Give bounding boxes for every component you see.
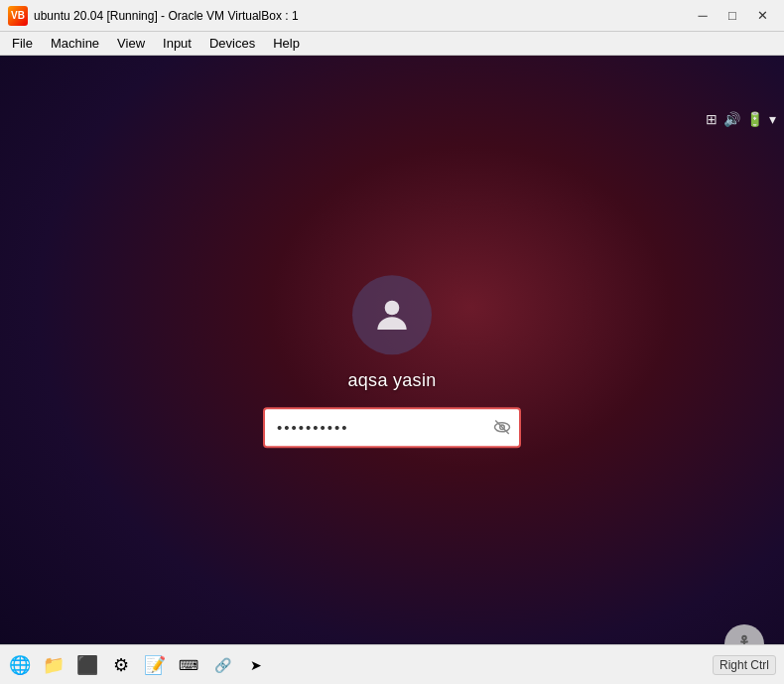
menu-help[interactable]: Help [265,34,308,53]
title-bar: VB ubuntu 20.04 [Running] - Oracle VM Vi… [0,0,784,32]
password-toggle-button[interactable] [493,418,511,436]
menu-file[interactable]: File [4,34,41,53]
password-container [263,407,521,448]
taskbar-right: Right Ctrl [713,655,780,675]
taskbar: 🌐 📁 ⬛ ⚙ 📝 ⌨ 🔗 ➤ Right Ctrl [0,644,784,684]
svg-point-4 [742,636,746,640]
taskbar-icon-globe[interactable]: 🌐 [4,649,36,681]
password-input[interactable] [263,407,521,448]
taskbar-left: 🌐 📁 ⬛ ⚙ 📝 ⌨ 🔗 ➤ [4,649,272,681]
vm-display[interactable]: ⊞ 🔊 🔋 ▾ aqsa yasin [0,56,784,684]
menu-devices[interactable]: Devices [201,34,263,53]
menu-view[interactable]: View [109,34,153,53]
volume-icon[interactable]: 🔊 [723,111,740,127]
status-bar-top: ⊞ 🔊 🔋 ▾ [706,111,776,127]
login-container: aqsa yasin [263,275,521,448]
window-title: ubuntu 20.04 [Running] - Oracle VM Virtu… [34,9,299,23]
taskbar-icon-folder[interactable]: 📁 [38,649,69,681]
taskbar-icon-terminal[interactable]: ⬛ [71,649,103,681]
chevron-down-icon[interactable]: ▾ [769,111,776,127]
taskbar-icon-text[interactable]: 📝 [139,649,171,681]
window-controls: ─ □ ✕ [689,5,776,27]
minimize-button[interactable]: ─ [689,5,717,27]
taskbar-icon-keyboard[interactable]: ⌨ [173,649,204,681]
menu-input[interactable]: Input [155,34,199,53]
titlebar-left: VB ubuntu 20.04 [Running] - Oracle VM Vi… [8,6,299,26]
eye-icon [493,418,511,436]
network-icon[interactable]: ⊞ [706,111,718,127]
menu-bar: File Machine View Input Devices Help [0,32,784,56]
app-icon: VB [8,6,28,26]
taskbar-icon-settings[interactable]: ⚙ [105,649,137,681]
battery-icon[interactable]: 🔋 [746,111,763,127]
menu-machine[interactable]: Machine [43,34,107,53]
right-ctrl-label: Right Ctrl [713,655,776,675]
user-avatar-icon [370,293,414,337]
avatar [352,275,432,354]
username-label: aqsa yasin [347,370,436,391]
close-button[interactable]: ✕ [748,5,776,27]
taskbar-icon-network2[interactable]: 🔗 [206,649,238,681]
maximize-button[interactable]: □ [719,5,746,27]
svg-point-0 [385,300,400,315]
taskbar-icon-arrow[interactable]: ➤ [240,649,272,681]
